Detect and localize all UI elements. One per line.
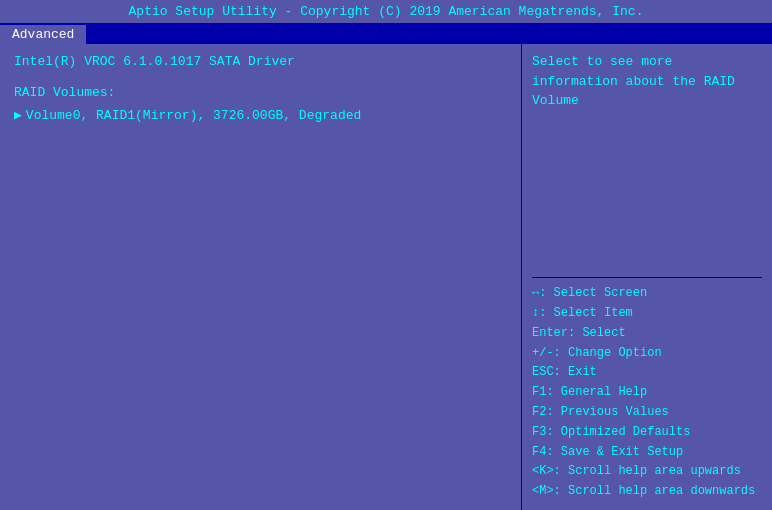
tab-advanced[interactable]: Advanced (0, 25, 86, 44)
key-hint-item: F1: General Help (532, 383, 762, 403)
divider (532, 277, 762, 278)
main-content: Intel(R) VROC 6.1.0.1017 SATA Driver RAI… (0, 44, 772, 510)
help-text: Select to see more information about the… (532, 52, 762, 271)
key-hint-item: +/-: Change Option (532, 344, 762, 364)
raid-label: RAID Volumes: (14, 85, 507, 100)
key-hint-item: F3: Optimized Defaults (532, 423, 762, 443)
tab-bar: Advanced (0, 23, 772, 44)
key-hint-item: F2: Previous Values (532, 403, 762, 423)
raid-item-text: Volume0, RAID1(Mirror), 3726.00GB, Degra… (26, 108, 361, 123)
app: Aptio Setup Utility - Copyright (C) 2019… (0, 0, 772, 510)
right-panel: Select to see more information about the… (522, 44, 772, 510)
key-hint-item: ESC: Exit (532, 363, 762, 383)
raid-item-0[interactable]: ▶ Volume0, RAID1(Mirror), 3726.00GB, Deg… (14, 106, 507, 124)
left-panel: Intel(R) VROC 6.1.0.1017 SATA Driver RAI… (0, 44, 522, 510)
driver-title: Intel(R) VROC 6.1.0.1017 SATA Driver (14, 54, 507, 69)
key-hint-item: F4: Save & Exit Setup (532, 443, 762, 463)
key-hint-item: <K>: Scroll help area upwards (532, 462, 762, 482)
title-text: Aptio Setup Utility - Copyright (C) 2019… (129, 4, 644, 19)
title-bar: Aptio Setup Utility - Copyright (C) 2019… (0, 0, 772, 23)
raid-arrow-icon: ▶ (14, 107, 22, 123)
key-hint-item: <M>: Scroll help area downwards (532, 482, 762, 502)
key-hint-item: ↕: Select Item (532, 304, 762, 324)
key-hint-item: ↔: Select Screen (532, 284, 762, 304)
key-hints: ↔: Select Screen↕: Select ItemEnter: Sel… (532, 284, 762, 502)
key-hint-item: Enter: Select (532, 324, 762, 344)
